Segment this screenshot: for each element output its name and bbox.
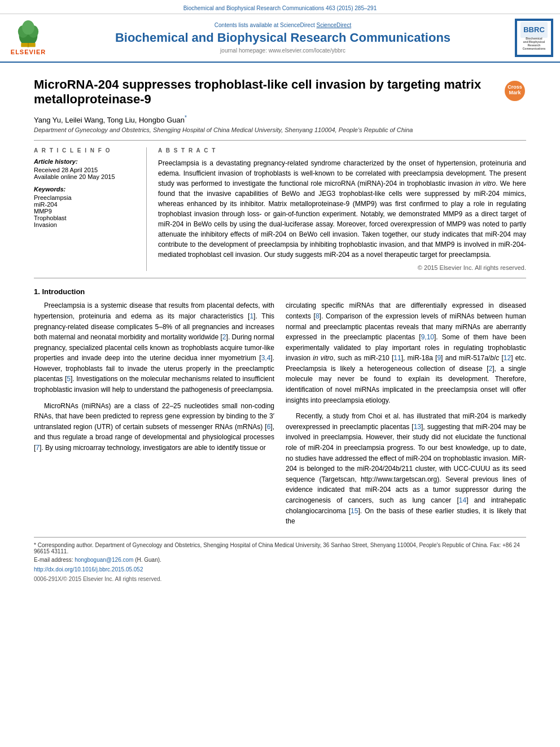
keyword-4: Trophoblast [34, 215, 137, 221]
journal-banner: ELSEVIER Contents lists available at Sci… [0, 14, 560, 63]
divider-2 [34, 278, 526, 278]
history-label: Article history: [34, 158, 137, 165]
article-info-col: A R T I C L E I N F O Article history: R… [34, 147, 147, 271]
elsevier-logo: ELSEVIER [6, 20, 51, 55]
ref-5[interactable]: 5 [67, 375, 71, 383]
received-date: Received 28 April 2015 [34, 167, 137, 173]
footnote-text: * Corresponding author. Department of Gy… [34, 542, 526, 554]
article-title: MicroRNA-204 suppresses trophoblast-like… [34, 77, 526, 107]
right-para-2: Recently, a study from Choi et al. has i… [286, 411, 526, 527]
right-para-1: circulating specific miRNAs that are dif… [286, 300, 526, 405]
ref-15[interactable]: 15 [351, 507, 358, 515]
section-heading: 1. Introduction [34, 287, 526, 296]
ref-11[interactable]: 11 [393, 354, 401, 362]
keywords-group: Keywords: Preeclampsia miR-204 MMP9 Trop… [34, 186, 137, 228]
article-info-label: A R T I C L E I N F O [34, 147, 137, 154]
article-info-abstract: A R T I C L E I N F O Article history: R… [34, 147, 526, 271]
email-suffix: (H. Guan). [135, 557, 161, 563]
ref-9-10[interactable]: 9,10 [421, 333, 434, 341]
ref-2[interactable]: 2 [222, 333, 226, 341]
ref-8[interactable]: 8 [316, 312, 320, 320]
ref-1[interactable]: 1 [250, 312, 253, 320]
svg-text:BBRC: BBRC [523, 25, 545, 34]
banner-center: Contents lists available at ScienceDirec… [56, 22, 509, 54]
journal-title-top: Biochemical and Biophysical Research Com… [183, 5, 377, 11]
ref-12[interactable]: 12 [504, 354, 511, 362]
authors-block: Yang Yu, Leilei Wang, Tong Liu, Hongbo G… [34, 115, 526, 133]
crossmark-badge: Cross Mark [504, 80, 526, 102]
bbrc-logo: BBRC Biochemical and Biophysical Researc… [515, 19, 554, 57]
elsevier-text: ELSEVIER [11, 49, 46, 55]
ref-7[interactable]: 7 [36, 444, 40, 452]
email-label: E-mail address: [34, 557, 73, 563]
issn-line: 0006-291X/© 2015 Elsevier Inc. All right… [34, 576, 526, 582]
article-content: MicroRNA-204 suppresses trophoblast-like… [0, 63, 560, 593]
ref-14[interactable]: 14 [459, 496, 466, 504]
journal-homepage: journal homepage: www.elsevier.com/locat… [56, 47, 509, 54]
keyword-5: Invasion [34, 221, 137, 228]
intro-para-2: MicroRNAs (miRNAs) are a class of 22–25 … [34, 401, 274, 453]
email-link[interactable]: hongboguan@126.com [75, 557, 133, 563]
keyword-1: Preeclampsia [34, 194, 137, 201]
affiliation: Department of Gynecology and Obstetrics,… [34, 126, 526, 133]
intro-para-1: Preeclampsia is a systemic disease that … [34, 300, 274, 395]
sciencedirect-text: Contents lists available at ScienceDirec… [56, 22, 509, 28]
divider-1 [34, 140, 526, 141]
abstract-label: A B S T R A C T [158, 147, 526, 154]
doi-link[interactable]: http://dx.doi.org/10.1016/j.bbrc.2015.05… [34, 566, 143, 573]
copyright-line: © 2015 Elsevier Inc. All rights reserved… [158, 264, 526, 271]
ref-9b[interactable]: 9 [437, 354, 441, 362]
authors-names: Yang Yu, Leilei Wang, Tong Liu, Hongbo G… [34, 116, 185, 124]
svg-text:Communications: Communications [523, 47, 546, 50]
ref-6[interactable]: 6 [267, 423, 271, 431]
abstract-text: Preeclampsia is a devastating pregnancy-… [158, 158, 526, 260]
svg-text:Mark: Mark [509, 90, 521, 95]
ref-2b[interactable]: 2 [489, 365, 493, 373]
article-title-text: MicroRNA-204 suppresses trophoblast-like… [34, 77, 498, 107]
keyword-2: miR-204 [34, 201, 137, 208]
body-right-col: circulating specific miRNAs that are dif… [286, 300, 526, 532]
bbrc-icon: BBRC Biochemical and Biophysical Researc… [516, 20, 552, 56]
body-columns: Preeclampsia is a systemic disease that … [34, 300, 526, 532]
article-history: Article history: Received 28 April 2015 … [34, 158, 137, 180]
doi-line: http://dx.doi.org/10.1016/j.bbrc.2015.05… [34, 566, 526, 573]
body-left-col: Preeclampsia is a systemic disease that … [34, 300, 274, 532]
keywords-label: Keywords: [34, 186, 137, 193]
ref-13[interactable]: 13 [414, 423, 421, 431]
elsevier-tree-icon [11, 20, 45, 49]
footnote-email: E-mail address: hongboguan@126.com (H. G… [34, 557, 526, 563]
keyword-3: MMP9 [34, 208, 137, 215]
svg-point-4 [22, 20, 34, 34]
abstract-col: A B S T R A C T Preeclampsia is a devast… [158, 147, 526, 271]
introduction-section: 1. Introduction Preeclampsia is a system… [34, 287, 526, 532]
svg-text:Cross: Cross [508, 84, 522, 90]
ref-3-4[interactable]: 3,4 [261, 354, 271, 362]
keywords-list: Preeclampsia miR-204 MMP9 Trophoblast In… [34, 194, 137, 228]
journal-header-bar: Biochemical and Biophysical Research Com… [0, 0, 560, 14]
journal-main-title: Biochemical and Biophysical Research Com… [56, 30, 509, 45]
footnote-section: * Corresponding author. Department of Gy… [34, 537, 526, 582]
available-date: Available online 20 May 2015 [34, 173, 137, 180]
